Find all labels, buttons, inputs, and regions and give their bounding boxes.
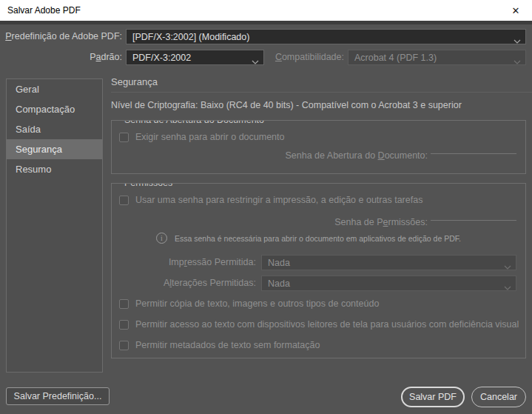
checkbox-icon: [119, 133, 129, 142]
chevron-down-icon: [514, 36, 521, 44]
preset-select[interactable]: [PDF/X-3:2002] (Modificado): [126, 29, 526, 44]
panel-title: Segurança: [111, 76, 158, 87]
cancel-button[interactable]: Cancelar: [471, 387, 526, 407]
sidebar-item-compactacao[interactable]: Compactação: [7, 99, 102, 119]
printing-allowed-select: Nada: [261, 255, 516, 270]
password-info-note: i Essa senha é necessária para abrir o d…: [156, 233, 461, 244]
save-pdf-label: Salvar PDF: [409, 392, 457, 402]
label-part: rmissões:: [388, 217, 428, 227]
printing-allowed-value: Nada: [268, 258, 290, 268]
require-password-checkbox: Exigir senha para abrir o documento: [119, 132, 285, 142]
chevron-down-icon: [504, 282, 511, 291]
label-part: Senha de P: [334, 217, 383, 227]
standard-select-value: PDF/X-3:2002: [132, 53, 191, 63]
preset-label: Predefinição de Adobe PDF:: [0, 31, 122, 41]
save-adobe-pdf-dialog: Salvar Adobe PDF ✕ Predefinição de Adobe…: [0, 0, 532, 414]
label-mnemonic: C: [275, 52, 282, 62]
info-icon: i: [156, 233, 167, 244]
label-part: essão Permitida:: [187, 257, 256, 267]
printing-allowed-label: Impressão Permitida:: [112, 257, 256, 267]
label-mnemonic: D: [378, 150, 385, 161]
save-preset-button[interactable]: Salvar Predefinição...: [6, 387, 110, 405]
checkbox-icon: [119, 341, 129, 350]
cancel-label: Cancelar: [480, 392, 517, 402]
plaintext-metadata-checkbox: Permitir metadados de texto sem formataç…: [119, 340, 320, 350]
standard-select[interactable]: PDF/X-3:2002: [126, 50, 264, 65]
label-part: redefinição de Adobe PDF:: [12, 31, 122, 41]
sidebar-item-seguranca[interactable]: Segurança: [7, 139, 102, 159]
save-preset-label: Salvar Predefinição...: [14, 391, 102, 401]
compatibility-select: Acrobat 4 (PDF 1.3): [348, 50, 526, 65]
label-part: Imp: [169, 257, 184, 267]
compatibility-select-value: Acrobat 4 (PDF 1.3): [354, 53, 437, 63]
checkbox-label: Permitir cópia de texto, imagens e outro…: [135, 298, 379, 309]
checkbox-label: Exigir senha para abrir o documento: [135, 132, 285, 142]
group-title: Permissões: [121, 183, 176, 188]
label-mnemonic: a: [96, 52, 101, 62]
document-open-password-label: Senha de Abertura do Documento:: [112, 150, 428, 161]
save-pdf-button[interactable]: Salvar PDF: [401, 387, 465, 407]
close-button[interactable]: ✕: [499, 0, 532, 21]
label-mnemonic: e: [383, 217, 388, 227]
label-part: P: [90, 52, 95, 62]
changes-allowed-select: Nada: [261, 276, 516, 291]
preset-select-value: [PDF/X-3:2002] (Modificado): [132, 32, 249, 42]
titlebar[interactable]: Salvar Adobe PDF ✕: [0, 0, 532, 21]
permissions-password-input: [431, 208, 516, 221]
checkbox-icon: [119, 299, 129, 309]
checkbox-label: Usar uma senha para restringir a impress…: [135, 195, 422, 205]
chevron-down-icon: [514, 56, 521, 65]
label-part: drão:: [101, 52, 123, 62]
sidebar-item-resumo[interactable]: Resumo: [7, 159, 102, 179]
permissions-group: Permissões Usar uma senha para restringi…: [111, 183, 526, 358]
standard-label: Padrão:: [0, 52, 122, 62]
settings-list: Geral Compactação Saída Segurança Resumo: [6, 79, 103, 373]
sidebar-item-geral[interactable]: Geral: [7, 79, 102, 99]
panel-divider: [111, 92, 532, 93]
encryption-level-text: Nível de Criptografia: Baixo (RC4 de 40 …: [111, 100, 462, 110]
chevron-down-icon: [504, 261, 511, 270]
label-part: terações Permitidas:: [172, 278, 256, 288]
group-title: Senha de Abertura do Documento: [121, 120, 268, 125]
open-password-group: Senha de Abertura do Documento Exigir se…: [111, 120, 526, 174]
checkbox-icon: [119, 320, 129, 330]
checkbox-label: Permitir metadados de texto sem formataç…: [135, 340, 320, 350]
label-part: ompatibilidade:: [282, 52, 344, 62]
changes-allowed-label: Alterações Permitidas:: [112, 278, 256, 288]
close-icon: ✕: [512, 5, 520, 16]
titlebar-shadow: [0, 21, 532, 24]
window-title: Salvar Adobe PDF: [7, 5, 81, 16]
permissions-password-label: Senha de Permissões:: [112, 217, 428, 227]
label-part: Senha de Abertura do: [285, 150, 377, 161]
label-mnemonic: P: [5, 31, 11, 41]
copy-content-checkbox: Permitir cópia de texto, imagens e outro…: [119, 298, 379, 309]
document-open-password-input: [431, 141, 516, 154]
info-text: Essa senha é necessária para abrir o doc…: [175, 234, 461, 243]
sidebar-item-saida[interactable]: Saída: [7, 119, 102, 139]
changes-allowed-value: Nada: [268, 278, 290, 289]
compatibility-label: Compatibilidade:: [252, 52, 344, 62]
checkbox-label: Permitir acesso ao texto com dispositivo…: [135, 319, 519, 330]
screen-reader-checkbox: Permitir acesso ao texto com dispositivo…: [119, 319, 526, 330]
label-part: ocumento:: [385, 150, 428, 161]
checkbox-icon: [119, 196, 129, 205]
use-permissions-password-checkbox: Usar uma senha para restringir a impress…: [119, 195, 422, 205]
